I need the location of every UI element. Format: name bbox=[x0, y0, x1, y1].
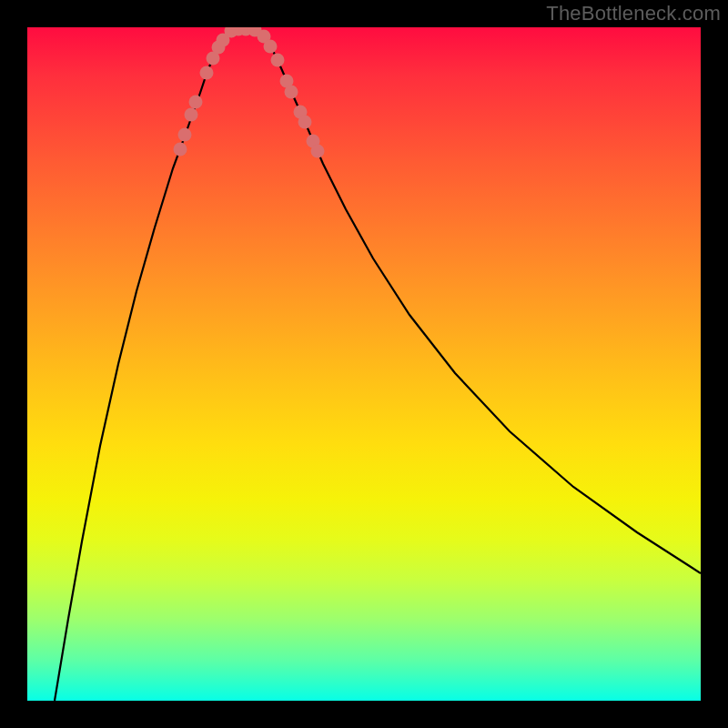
chart-container: TheBottleneck.com bbox=[0, 0, 728, 728]
curve-right bbox=[258, 31, 701, 573]
watermark-text: TheBottleneck.com bbox=[546, 2, 721, 25]
marker-dot bbox=[311, 145, 325, 158]
marker-dot bbox=[185, 108, 198, 122]
marker-dot bbox=[264, 40, 278, 54]
plot-area bbox=[27, 27, 701, 701]
marker-dot bbox=[178, 128, 192, 142]
curve-left bbox=[55, 31, 229, 701]
marker-dot bbox=[200, 66, 214, 80]
marker-dot bbox=[285, 86, 298, 99]
marker-dot bbox=[174, 143, 187, 157]
curve-group bbox=[55, 29, 701, 701]
marker-dot bbox=[189, 96, 203, 109]
marker-dot bbox=[298, 116, 312, 129]
curve-svg bbox=[27, 27, 701, 701]
marker-group bbox=[174, 27, 325, 158]
marker-dot bbox=[271, 54, 285, 67]
